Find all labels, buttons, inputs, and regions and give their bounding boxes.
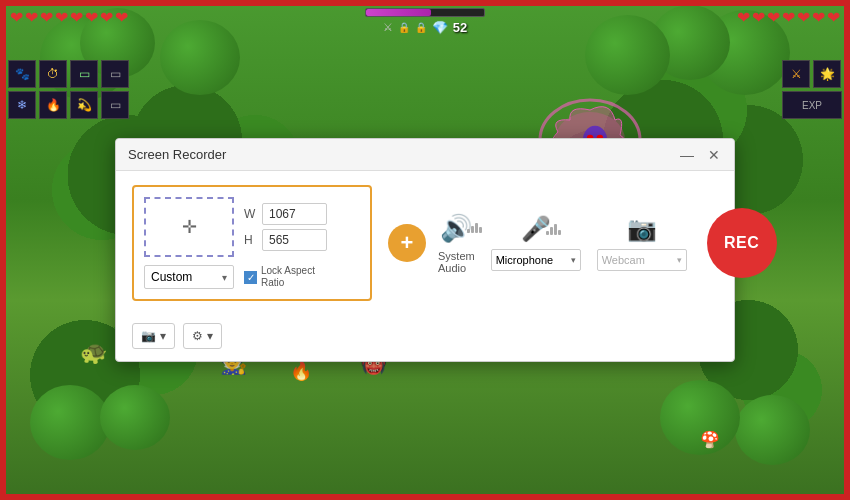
screen-preview-box[interactable]: ✛ (144, 197, 234, 257)
microphone-select[interactable]: Microphone ▾ (491, 249, 581, 271)
webcam-icon: 📷 (627, 215, 657, 243)
audio-level-bars (467, 217, 482, 233)
microphone-control: 🎤 Microphone ▾ (491, 215, 581, 271)
close-button[interactable]: ✕ (706, 148, 722, 162)
dialog-title: Screen Recorder (128, 147, 226, 162)
mic-bar-1 (546, 231, 549, 235)
screen-preview-area: ✛ W H (144, 197, 360, 257)
system-audio-icon-container: 🔊 (440, 213, 472, 244)
system-audio-label: System Audio (438, 250, 475, 274)
screenshot-button[interactable]: 📷 ▾ (132, 323, 175, 349)
dialog-footer: 📷 ▾ ⚙ ▾ (116, 315, 734, 361)
height-row: H (244, 229, 327, 251)
width-row: W (244, 203, 327, 225)
mic-level-bars (546, 219, 561, 235)
screenshot-arrow: ▾ (160, 329, 166, 343)
screen-recorder-dialog: Screen Recorder — ✕ ✛ (115, 138, 735, 362)
select-arrow-icon: ▾ (222, 272, 227, 283)
mic-select-arrow: ▾ (571, 255, 576, 265)
dimensions-panel: W H (244, 203, 327, 251)
height-input[interactable] (262, 229, 327, 251)
gear-icon: ⚙ (192, 329, 203, 343)
mic-bar-4 (558, 230, 561, 235)
dialog-controls: — ✕ (678, 148, 722, 162)
screenshot-icon: 📷 (141, 329, 156, 343)
av-controls: 🔊 System Audio (438, 213, 687, 274)
screen-selector: ✛ W H (132, 185, 372, 301)
minimize-button[interactable]: — (678, 148, 696, 162)
settings-button[interactable]: ⚙ ▾ (183, 323, 222, 349)
game-background: 🧝 🐢 🧙 🔥 👹 🐸 🍄 ❤ ❤ ❤ ❤ ❤ ❤ ❤ ❤ (0, 0, 850, 500)
screen-bottom-row: Custom ▾ ✓ Lock AspectRatio (144, 265, 360, 289)
webcam-select-label: Webcam (602, 254, 645, 266)
width-label: W (244, 207, 256, 221)
vol-bar-4 (479, 227, 482, 233)
mic-bar-2 (550, 227, 553, 235)
lock-aspect-control: ✓ Lock AspectRatio (244, 265, 315, 289)
mic-bar-3 (554, 224, 557, 235)
dialog-body: ✛ W H (116, 171, 734, 315)
vol-bar-3 (475, 223, 478, 233)
record-button[interactable]: REC (707, 208, 777, 278)
cursor-icon: ✛ (182, 216, 197, 238)
mic-icon-container: 🎤 (521, 215, 551, 243)
width-input[interactable] (262, 203, 327, 225)
dialog-overlay: Screen Recorder — ✕ ✛ (0, 0, 850, 500)
microphone-select-label: Microphone (496, 254, 553, 266)
webcam-select[interactable]: Webcam ▾ (597, 249, 687, 271)
settings-arrow: ▾ (207, 329, 213, 343)
vol-bar-2 (471, 226, 474, 233)
lock-aspect-checkbox[interactable]: ✓ (244, 271, 257, 284)
rec-label: REC (724, 234, 759, 252)
lock-aspect-label: Lock AspectRatio (261, 265, 315, 289)
custom-label: Custom (151, 270, 192, 284)
webcam-select-arrow: ▾ (677, 255, 682, 265)
dialog-titlebar: Screen Recorder — ✕ (116, 139, 734, 171)
webcam-control: 📷 Webcam ▾ (597, 215, 687, 271)
custom-preset-select[interactable]: Custom ▾ (144, 265, 234, 289)
height-label: H (244, 233, 256, 247)
system-audio-control: 🔊 System Audio (438, 213, 475, 274)
add-source-button[interactable]: + (388, 224, 426, 262)
vol-bar-1 (467, 229, 470, 233)
